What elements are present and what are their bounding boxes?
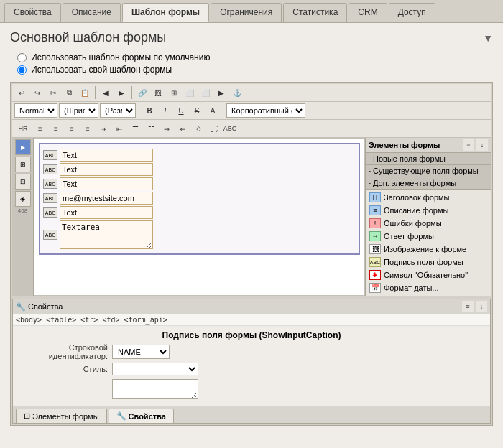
toolbar-btn-rtl[interactable]: ⇐ — [175, 121, 190, 136]
bottom-tab-properties[interactable]: 🔧 Свойства — [109, 409, 174, 423]
string-id-select[interactable]: NAME — [112, 345, 170, 359]
toolbar-btn-image[interactable]: 🖼 — [151, 85, 165, 100]
toolbar-btn-left[interactable]: ◀ — [98, 85, 113, 100]
toolbar-btn-align-right[interactable]: ≡ — [65, 121, 79, 136]
toolbar-btn-align-left[interactable]: ≡ — [33, 121, 47, 136]
toolbar-btn-redo[interactable]: ↪ — [30, 85, 45, 100]
panel-item-form-image[interactable]: 🖼 Изображение к форме — [367, 243, 489, 256]
caption-title: Подпись поля формы (ShowInputCaption) — [19, 330, 484, 340]
toolbar-btn-outdent[interactable]: ⇤ — [112, 121, 126, 136]
panel-section-existing[interactable]: - Существующие поля формы — [366, 165, 491, 177]
toolbar-btn-align-center[interactable]: ≡ — [49, 121, 63, 136]
properties-title-text: Свойства — [28, 302, 63, 311]
editor-left-btn-4[interactable]: ◈ — [15, 191, 31, 207]
collapse-button[interactable]: ▼ — [483, 32, 493, 44]
panel-item-form-desc[interactable]: ≡ Описание формы — [367, 204, 489, 217]
toolbar-btn-spell[interactable]: ABC — [223, 121, 237, 136]
toolbar-btn-copy[interactable]: ⧉ — [62, 85, 76, 100]
radio-default-input[interactable] — [17, 53, 27, 62]
props-view-btn[interactable]: ≡ — [462, 301, 474, 312]
toolbar-site-select[interactable]: Корпоративный сайт — [226, 103, 305, 118]
editor-left-btn-1[interactable]: ▶ — [15, 139, 31, 155]
toolbar-btn-ltr[interactable]: ⇒ — [160, 121, 174, 136]
toolbar-btn-box2[interactable]: ⬜ — [198, 85, 213, 100]
toolbar-btn-box1[interactable]: ⬜ — [183, 85, 197, 100]
panel-section-extra[interactable]: - Доп. элементы формы — [366, 177, 491, 190]
editor-left-btn-3[interactable]: ⊟ — [15, 174, 31, 190]
radio-custom-template[interactable]: Использовать свой шаблон формы — [17, 65, 493, 75]
form-input-5[interactable] — [60, 206, 153, 219]
toolbar-btn-align-justify[interactable]: ≡ — [80, 121, 95, 136]
section-header: Основной шаблон формы ▼ — [10, 30, 493, 45]
toolbar-btn-undo[interactable]: ↩ — [14, 85, 29, 100]
breadcrumb: <body> <table> <tr> <td> <form_api> — [13, 314, 490, 326]
toolbar-btn-source[interactable]: ◇ — [191, 121, 206, 136]
panel-item-form-errors[interactable]: ! Ошибки формы — [367, 217, 489, 230]
toolbar-font-select[interactable]: (Шрифт) — [59, 103, 98, 118]
form-desc-icon: ≡ — [369, 205, 381, 215]
toolbar-row-2: Normal (Шрифт) (Размер) B I U S A Корпор… — [12, 102, 491, 120]
form-input-2[interactable] — [60, 163, 153, 176]
panel-item-form-answer[interactable]: → Ответ формы — [367, 230, 489, 243]
toolbar-btn-anchor[interactable]: ⚓ — [230, 85, 244, 100]
form-input-email[interactable] — [60, 192, 153, 205]
panel-item-form-caption[interactable]: ABC Подпись поля формы — [367, 256, 489, 269]
toolbar-btn-bold[interactable]: B — [142, 103, 157, 118]
toolbar-btn-strikethrough[interactable]: S — [190, 103, 204, 118]
editor-left-btn-2[interactable]: ⊞ — [15, 157, 31, 172]
toolbar-style-select[interactable]: Normal — [14, 103, 57, 118]
panel-download-btn[interactable]: ↓ — [476, 139, 488, 151]
toolbar-btn-hr[interactable]: HR — [14, 121, 32, 136]
section-expand-2: - — [369, 167, 371, 174]
tab-crm[interactable]: CRM — [349, 3, 387, 22]
toolbar-btn-italic[interactable]: I — [158, 103, 172, 118]
props-download-btn[interactable]: ↓ — [476, 301, 487, 312]
toolbar-btn-cut[interactable]: ✂ — [46, 85, 60, 100]
tab-restrictions[interactable]: Ограничения — [211, 3, 282, 22]
panel-item-label-7: Символ "Обязательно" — [384, 271, 468, 279]
top-tab-bar: Свойства Описание Шаблон формы Ограничен… — [0, 0, 503, 23]
form-input-3[interactable] — [60, 177, 153, 190]
toolbar-btn-paste[interactable]: 📋 — [78, 85, 92, 100]
toolbar-btn-list-ul[interactable]: ☰ — [128, 121, 142, 136]
radio-default-template[interactable]: Использовать шаблон формы по умолчанию — [17, 52, 493, 62]
page-title: Основной шаблон формы — [10, 30, 166, 45]
panel-item-form-date[interactable]: 📅 Формат даты... — [367, 281, 489, 294]
radio-custom-input[interactable] — [17, 65, 27, 75]
tab-statistics[interactable]: Статистика — [283, 3, 347, 22]
toolbar-btn-right[interactable]: ▶ — [114, 85, 129, 100]
tab-properties[interactable]: Свойства — [4, 3, 61, 22]
toolbar-btn-media[interactable]: ▶ — [214, 85, 229, 100]
elements-tab-icon: ⊞ — [24, 411, 30, 421]
toolbar-btn-list-ol[interactable]: ☷ — [144, 121, 158, 136]
toolbar-btn-indent[interactable]: ⇥ — [96, 121, 111, 136]
elements-tab-label: Элементы формы — [32, 412, 99, 421]
form-row-3: ABC — [43, 177, 356, 190]
editor-container: ↩ ↪ ✂ ⧉ 📋 ◀ ▶ 🔗 🖼 ⊞ ⬜ ⬜ ▶ ⚓ Normal (Шриф… — [10, 82, 493, 426]
form-input-1[interactable] — [60, 149, 153, 162]
toolbar-sep-3 — [139, 104, 139, 117]
toolbar-btn-fullscreen[interactable]: ⛶ — [207, 121, 221, 136]
panel-section-new[interactable]: - Новые поля формы — [366, 153, 491, 165]
toolbar-btn-table[interactable]: ⊞ — [167, 85, 181, 100]
style-select[interactable] — [112, 363, 198, 375]
canvas-area[interactable]: ABC ABC ABC ABC — [34, 138, 365, 296]
panel-view-btn[interactable]: ≡ — [463, 139, 474, 151]
panel-item-form-title[interactable]: H Заголовок формы — [367, 191, 489, 204]
tab-description[interactable]: Описание — [63, 3, 121, 22]
props-row-string-id: Строковой идентификатор: NAME — [19, 343, 484, 360]
form-textarea-1[interactable]: Textarea — [60, 220, 153, 249]
panel-item-label-6: Подпись поля формы — [384, 258, 463, 266]
props-textarea[interactable] — [112, 379, 198, 399]
tab-form-template[interactable]: Шаблон формы — [122, 3, 209, 22]
properties-tab-icon: 🔧 — [116, 411, 126, 421]
toolbar-size-select[interactable]: (Размер) — [100, 103, 136, 118]
toolbar-btn-color[interactable]: A — [206, 103, 220, 118]
tab-access[interactable]: Доступ — [389, 3, 435, 22]
toolbar-btn-underline[interactable]: U — [174, 103, 188, 118]
toolbar-btn-link[interactable]: 🔗 — [135, 85, 149, 100]
properties-tab-label: Свойства — [129, 412, 166, 421]
form-title-icon: H — [369, 192, 381, 202]
bottom-tab-elements[interactable]: ⊞ Элементы формы — [16, 409, 107, 423]
panel-item-form-required[interactable]: ✱ Символ "Обязательно" — [367, 269, 489, 281]
